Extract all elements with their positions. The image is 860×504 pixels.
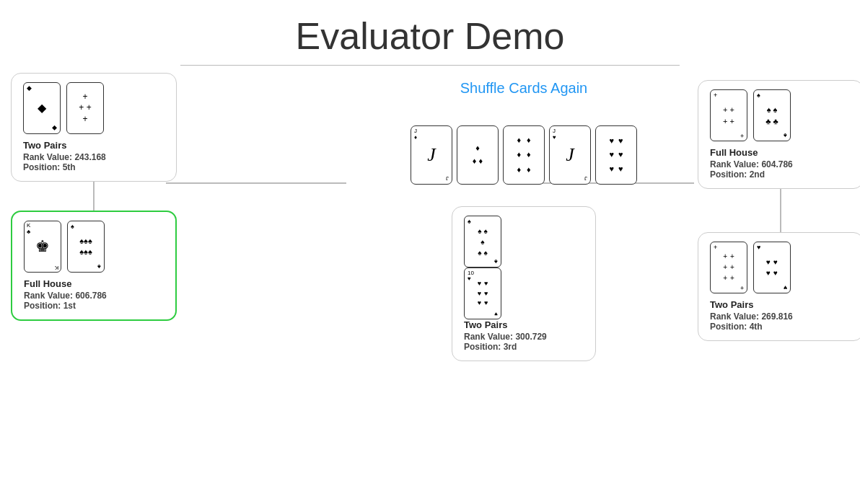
left-top-pos: Position: 5th — [23, 162, 164, 172]
center-bottom-pos: Position: 3rd — [464, 342, 584, 352]
card-corner-br: J — [584, 175, 587, 182]
card-corner-tl: ♠ — [757, 92, 760, 99]
card-center: ++ ++ — [79, 92, 91, 125]
left-top-card-1: ◆ ◆ ◆ — [23, 82, 61, 134]
left-top-cards: ◆ ◆ ◆ ++ ++ — [23, 82, 164, 134]
card-center: ♠ ♠♣ ♣ — [765, 104, 778, 128]
card-corner-tl: ◆ — [27, 85, 32, 92]
left-bottom-rank: Rank Value: 606.786 — [24, 291, 164, 301]
card-center: ♦♦ ♦♦ ♦♦ — [517, 134, 530, 177]
card-corner-br: + — [740, 132, 744, 138]
rank-value: 243.168 — [74, 152, 105, 162]
right-bottom-cards: + ++ ++ ++ + ♥ ♥♥ ♥♥ ♥ — [710, 242, 851, 293]
card-center: J — [566, 144, 574, 166]
card-corner-br: ♠ — [784, 132, 787, 138]
card-corner-tl: 10♥ — [468, 270, 474, 282]
right-v-connector — [780, 189, 781, 232]
right-top-hand-name: Full House — [710, 147, 851, 158]
right-top-cards: + + ++ + + ♠ ♠ ♠♣ ♣ ♠ — [710, 89, 851, 141]
center-bottom-cards: ♠ ♠ ♠♠♠ ♠ ♠ 10♥ ♥♥ ♥♥ ♥♥ ♥ — [464, 216, 584, 319]
card-center: ♥♥ ♥♥ — [766, 257, 778, 278]
left-connector-h — [166, 182, 346, 184]
pos-label: Position: — [24, 301, 61, 311]
right-bottom-hand-name: Two Pairs — [710, 299, 851, 310]
card-corner-br: + — [740, 284, 744, 291]
card-corner-tl: ♠ — [71, 224, 74, 230]
left-v-connector — [93, 182, 95, 211]
right-top-card-1: + + ++ + + — [710, 89, 747, 141]
left-bottom-card-1: K♣ ♚ K — [24, 221, 61, 273]
left-top-hand-name: Two Pairs — [23, 140, 164, 151]
card-center: ♠♠♠♠♠♠ — [79, 236, 92, 258]
card-corner-tl: + — [714, 244, 717, 251]
card-center: ◆ — [38, 102, 46, 114]
card-corner-br: ◆ — [52, 125, 57, 131]
right-bottom-pos: Position: 4th — [710, 322, 851, 332]
center-bottom-card-2: 10♥ ♥♥ ♥♥ ♥♥ ♥ — [464, 268, 501, 319]
pos-value: 1st — [63, 301, 76, 311]
right-bottom-hand: + ++ ++ ++ + ♥ ♥♥ ♥♥ ♥ — [698, 232, 860, 341]
left-top-rank: Rank Value: 243.168 — [23, 152, 164, 162]
rank-value: 269.816 — [761, 311, 792, 322]
center-bottom-hand-name: Two Pairs — [464, 319, 584, 330]
card-center: ♥♥ ♥♥ ♥♥ — [478, 279, 488, 308]
left-bottom-cards: K♣ ♚ K ♠ ♠♠♠♠♠♠ ♠ — [24, 221, 164, 273]
rank-label: Rank Value: — [710, 311, 759, 322]
card-corner-tl: J♦ — [414, 128, 417, 141]
card-corner-tl: J♥ — [553, 128, 556, 141]
left-bottom-card-2: ♠ ♠♠♠♠♠♠ ♠ — [67, 221, 105, 273]
pos-value: 3rd — [504, 342, 517, 352]
right-top-rank: Rank Value: 604.786 — [710, 159, 851, 169]
community-card-5: ♥♥ ♥♥ ♥♥ — [595, 125, 637, 185]
card-corner-tl: K♣ — [27, 223, 30, 236]
card-center: ♥♥ ♥♥ ♥♥ — [609, 135, 623, 176]
left-column: ◆ ◆ ◆ ++ ++ Two Pairs Rank Value: 243.16… — [0, 66, 188, 321]
card-corner-br: J — [446, 175, 449, 182]
card-corner-br: ♥ — [494, 311, 498, 317]
community-card-3: ♦♦ ♦♦ ♦♦ — [503, 125, 545, 185]
pos-label: Position: — [710, 169, 747, 180]
page-title: Evaluator Demo — [0, 0, 860, 65]
card-center: ++ ++ ++ — [723, 252, 734, 283]
community-card-1: J♦ J J — [411, 125, 452, 185]
card-corner-br: ♥ — [784, 284, 787, 291]
card-corner-tl: + — [714, 92, 717, 99]
rank-label: Rank Value: — [710, 159, 759, 169]
pos-value: 4th — [750, 322, 763, 332]
right-bottom-rank: Rank Value: 269.816 — [710, 311, 851, 322]
right-top-card-2: ♠ ♠ ♠♣ ♣ ♠ — [753, 89, 791, 141]
community-card-4: J♥ J J — [549, 125, 591, 185]
center-bottom-card-1: ♠ ♠ ♠♠♠ ♠ ♠ — [464, 216, 501, 268]
right-bottom-card-2: ♥ ♥♥ ♥♥ ♥ — [753, 242, 791, 293]
right-top-pos: Position: 2nd — [710, 169, 851, 180]
community-cards: J♦ J J ♦♦ ♦ ♦♦ ♦♦ ♦♦ J♥ J — [411, 125, 637, 185]
card-face: ♚ — [35, 237, 50, 256]
pos-label: Position: — [464, 342, 501, 352]
right-column: + + ++ + + ♠ ♠ ♠♣ ♣ ♠ Full House Rank — [708, 66, 853, 341]
rank-value: 606.786 — [75, 291, 106, 301]
card-center: J — [427, 144, 436, 166]
card-corner-tl: ♥ — [757, 244, 760, 251]
card-corner-br: ♠ — [494, 258, 498, 265]
center-bottom-rank: Rank Value: 300.729 — [464, 332, 584, 342]
left-top-card-2: ++ ++ — [66, 82, 104, 134]
card-center: ♠ ♠♠♠ ♠ — [478, 226, 487, 258]
pos-value: 2nd — [750, 169, 765, 180]
card-center: + ++ + — [723, 104, 734, 128]
rank-value: 300.729 — [515, 332, 546, 342]
center-bottom-hand: ♠ ♠ ♠♠♠ ♠ ♠ 10♥ ♥♥ ♥♥ ♥♥ ♥ Tw — [452, 206, 596, 361]
rank-label: Rank Value: — [464, 332, 513, 342]
card-corner-br: K — [55, 264, 58, 270]
right-top-hand: + + ++ + + ♠ ♠ ♠♣ ♣ ♠ Full House Rank — [698, 80, 860, 189]
community-card-2: ♦♦ ♦ — [457, 125, 499, 185]
pos-label: Position: — [710, 322, 747, 332]
card-center: ♦♦ ♦ — [473, 142, 483, 167]
card-corner-tl: ♠ — [468, 218, 471, 225]
shuffle-button[interactable]: Shuffle Cards Again — [460, 80, 587, 97]
rank-label: Rank Value: — [24, 291, 73, 301]
right-bottom-card-1: + ++ ++ ++ + — [710, 242, 747, 293]
left-bottom-hand: K♣ ♚ K ♠ ♠♠♠♠♠♠ ♠ Full House Rank Value:… — [11, 211, 177, 321]
rank-label: Rank Value: — [23, 152, 72, 162]
card-corner-br: ♠ — [97, 263, 101, 270]
pos-value: 5th — [63, 162, 76, 172]
